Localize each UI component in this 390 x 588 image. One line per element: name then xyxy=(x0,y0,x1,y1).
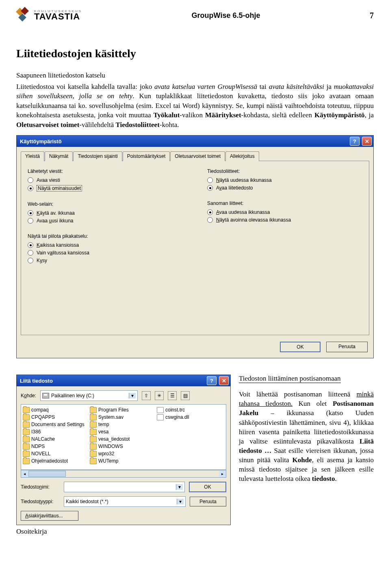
attach-dialog-title: Liitä tiedosto xyxy=(20,378,53,384)
dialog-title: Käyttöympäristö xyxy=(20,138,62,144)
file-name: Program Files xyxy=(98,407,129,413)
file-name: wpro32 xyxy=(98,451,114,457)
list-item[interactable]: Documents and Settings xyxy=(23,421,90,428)
list-item[interactable]: System.sav xyxy=(90,414,157,421)
file-name: cswgina.dll xyxy=(165,414,189,420)
attach-help-button[interactable]: ? xyxy=(207,376,217,385)
scroll-left-icon[interactable]: ◂ xyxy=(21,471,28,477)
list-item[interactable]: coinst.trc xyxy=(157,406,224,414)
target-value: Paikallinen levy (C:) xyxy=(51,393,94,398)
folder-icon xyxy=(23,414,30,420)
horizontal-scrollbar[interactable]: ◂ ▸ xyxy=(21,470,226,478)
list-item[interactable]: vesa xyxy=(90,428,157,435)
up-folder-icon[interactable]: ⇧ xyxy=(142,391,151,400)
radio-selected-folder[interactable]: Vain valitussa kansiossa xyxy=(28,250,183,256)
tab-signature[interactable]: Allekirjoitus xyxy=(225,151,259,161)
chevron-down-icon: ▾ xyxy=(177,499,184,504)
tab-views[interactable]: Näkymät xyxy=(45,151,73,161)
folder-icon xyxy=(90,414,97,420)
folder-icon xyxy=(90,451,97,457)
attach-cancel-button[interactable]: Peruuta xyxy=(190,497,226,506)
cancel-button[interactable]: Peruuta xyxy=(326,342,368,352)
sent-messages-label: Lähetetyt viestit: xyxy=(28,168,183,174)
list-item[interactable]: Ohjelmatiedostot xyxy=(23,457,90,465)
dialog-titlebar[interactable]: Käyttöympäristö ? ✕ xyxy=(17,136,373,147)
web-browser-label: Web-selain: xyxy=(28,201,183,207)
folder-icon xyxy=(23,451,30,457)
folder-icon xyxy=(90,422,97,428)
disk-icon xyxy=(42,393,49,398)
file-attachments-label: Tiedostoliitteet: xyxy=(207,168,362,174)
folder-icon xyxy=(23,436,30,442)
list-item[interactable]: NOVELL xyxy=(23,450,90,457)
list-item[interactable]: Program Files xyxy=(90,406,157,414)
scroll-right-icon[interactable]: ▸ xyxy=(219,471,226,477)
list-view-icon[interactable]: ☰ xyxy=(168,391,177,400)
radio-open-message[interactable]: Avaa viesti xyxy=(28,177,183,183)
list-item[interactable]: NDPS xyxy=(23,443,90,450)
tab-file-location[interactable]: Tiedostojen sijainti xyxy=(73,151,122,161)
folder-icon xyxy=(23,407,30,413)
attach-titlebar[interactable]: Liitä tiedosto ? ✕ xyxy=(17,375,230,386)
scrollbar-thumb[interactable] xyxy=(28,471,66,477)
attach-close-button[interactable]: ✕ xyxy=(219,376,229,385)
logo: KOULUTUSKESKUS TAVASTIA xyxy=(16,8,82,23)
logo-title: TAVASTIA xyxy=(34,13,82,21)
list-item[interactable]: I386 xyxy=(23,428,90,435)
list-item[interactable]: WINDOWS xyxy=(90,443,157,450)
list-item[interactable]: compaq xyxy=(23,406,90,414)
file-name: NALCache xyxy=(31,436,55,442)
folder-icon xyxy=(90,444,97,450)
quickview-label: Näytä tai piilota pikakatselu: xyxy=(28,233,183,239)
file-name: coinst.trc xyxy=(165,407,185,413)
radio-show-new-window[interactable]: Näytä uudessa ikkunassa xyxy=(207,177,362,183)
file-name: WUTemp xyxy=(98,458,118,464)
list-item[interactable]: temp xyxy=(90,421,157,428)
filetype-combo[interactable]: Kaikki tiedostot (*.*)▾ xyxy=(64,496,186,507)
details-view-icon[interactable]: ▤ xyxy=(181,391,190,400)
list-item[interactable]: CPQAPPS xyxy=(23,414,90,421)
folder-icon xyxy=(23,458,30,464)
folder-icon xyxy=(90,436,97,442)
file-name: NDPS xyxy=(31,444,45,449)
list-item[interactable]: NALCache xyxy=(23,435,90,443)
radio-show-in-open[interactable]: Näytä avoinna olevassa ikkunassa xyxy=(207,217,362,223)
target-combo[interactable]: Paikallinen levy (C:) ▾ xyxy=(40,390,138,401)
close-button[interactable]: ✕ xyxy=(362,137,372,146)
file-list[interactable]: compaqCPQAPPSDocuments and SettingsI386N… xyxy=(21,404,226,470)
tab-default-actions[interactable]: Oletusarvoiset toimet xyxy=(170,151,225,161)
filename-label: Tiedostonimi: xyxy=(21,484,60,490)
radio-open-in-new[interactable]: Avaa uudessa ikkunassa xyxy=(207,209,362,215)
radio-open-new-window[interactable]: Avaa uusi ikkuna xyxy=(28,218,183,224)
list-item[interactable]: vesa_tiedostot xyxy=(90,435,157,443)
doc-title: GroupWise 6.5-ohje xyxy=(192,11,260,20)
file-name: vesa_tiedostot xyxy=(98,436,130,442)
folder-icon xyxy=(23,429,30,435)
radio-all-folders[interactable]: Kaikissa kansioissa xyxy=(28,242,183,248)
attach-section-text: Voit lähettää postisanoman liitteenä min… xyxy=(239,390,374,483)
list-item[interactable]: WUTemp xyxy=(90,457,157,465)
file-name: NOVELL xyxy=(31,451,50,457)
folder-icon xyxy=(23,422,30,428)
message-attachments-label: Sanoman liitteet: xyxy=(207,200,362,206)
new-folder-icon[interactable]: ✳ xyxy=(155,391,164,400)
attach-ok-button[interactable]: OK xyxy=(189,482,226,492)
radio-show-properties[interactable]: Näytä ominaisuudet xyxy=(28,185,183,192)
tab-delete-settings[interactable]: Poistomääritykset xyxy=(123,151,170,161)
list-item[interactable]: cswgina.dll xyxy=(157,414,224,421)
radio-ask[interactable]: Kysy xyxy=(28,258,183,263)
chevron-down-icon[interactable]: ▾ xyxy=(129,393,136,398)
page-heading: Liitetiedostojen käsittely xyxy=(16,47,374,60)
list-item[interactable]: wpro32 xyxy=(90,450,157,457)
tab-general[interactable]: Yleistä xyxy=(21,151,44,161)
folder-icon xyxy=(90,458,97,464)
help-button[interactable]: ? xyxy=(350,137,360,146)
folder-icon xyxy=(23,444,30,450)
radio-use-open-window[interactable]: Käytä av. ikkunaa xyxy=(28,210,183,216)
file-name: CPQAPPS xyxy=(31,414,55,420)
target-label: Kohde: xyxy=(21,393,36,398)
radio-open-attachment[interactable]: Avaa liitetiedosto xyxy=(207,185,362,191)
filename-input[interactable]: ▾ xyxy=(64,482,185,492)
ok-button[interactable]: OK xyxy=(280,342,321,352)
doc-reference-button[interactable]: Asiakirjaviittaus... xyxy=(21,511,78,521)
